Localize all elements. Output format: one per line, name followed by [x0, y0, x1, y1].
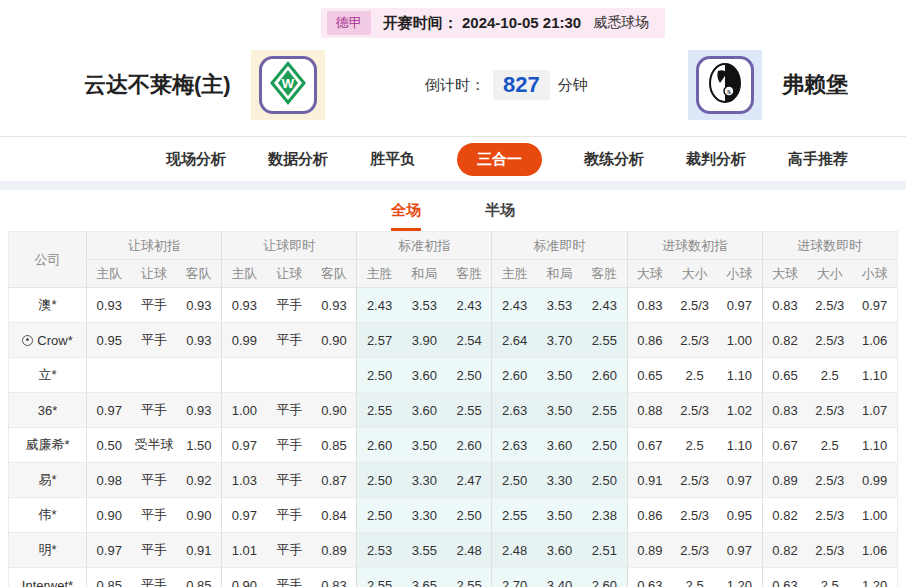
odds-cell: 1.10	[717, 428, 762, 463]
odds-cell: 2.50	[447, 358, 492, 393]
odds-cell: 2.48	[447, 533, 492, 568]
odds-cell: 1.00	[717, 323, 762, 358]
period-tab-0[interactable]: 全场	[391, 201, 421, 231]
odds-cell: 1.02	[717, 393, 762, 428]
venue-name: 威悉球场	[593, 14, 649, 32]
odds-cell: 1.10	[852, 428, 897, 463]
odds-cell: 2.55	[447, 393, 492, 428]
odds-cell: 0.90	[87, 498, 132, 533]
kickoff-value: 2024-10-05 21:30	[462, 14, 581, 31]
away-team-logo-box: S	[688, 50, 762, 120]
odds-row-3: 36*0.97平手0.931.00平手0.902.553.602.552.633…	[9, 393, 898, 428]
odds-cell: 3.30	[537, 463, 582, 498]
nav-tab-2[interactable]: 胜平负	[370, 150, 415, 169]
odds-cell: 3.53	[402, 288, 447, 323]
odds-cell: 2.5/3	[672, 498, 717, 533]
odds-cell: 2.60	[582, 568, 627, 587]
nav-tab-1[interactable]: 数据分析	[268, 150, 328, 169]
odds-cell: 2.5/3	[672, 533, 717, 568]
odds-row-8: Interwet*0.85平手0.850.90平手0.832.553.652.5…	[9, 568, 898, 587]
odds-cell: 0.50	[87, 428, 132, 463]
odds-cell: 2.5/3	[807, 498, 852, 533]
company-cell: 澳*	[9, 288, 87, 323]
group-header-0: 让球初指	[87, 232, 222, 260]
sub-header-3-0: 主胜	[492, 260, 537, 288]
odds-cell: 2.5/3	[807, 463, 852, 498]
odds-cell: 平手	[132, 568, 177, 587]
sub-header-1-1: 让球	[267, 260, 312, 288]
odds-cell	[222, 358, 267, 393]
odds-cell: 2.5/3	[807, 533, 852, 568]
odds-cell: 3.60	[537, 428, 582, 463]
odds-cell: 2.5/3	[807, 393, 852, 428]
odds-cell: 2.55	[357, 568, 402, 587]
odds-cell: 2.60	[357, 428, 402, 463]
odds-section: 全场半场 公司让球初指让球即时标准初指标准即时进球数初指进球数即时主队让球客队主…	[0, 190, 906, 587]
period-tabs: 全场半场	[0, 190, 906, 231]
sub-header-2-0: 主胜	[357, 260, 402, 288]
odds-cell: 0.85	[177, 568, 222, 587]
odds-cell: 1.07	[852, 393, 897, 428]
odds-cell: 3.70	[537, 323, 582, 358]
odds-cell: 2.50	[492, 463, 537, 498]
odds-cell: 0.83	[312, 568, 357, 587]
odds-cell: 3.50	[537, 358, 582, 393]
odds-cell: 0.97	[717, 288, 762, 323]
company-cell: Interwet*	[9, 568, 87, 587]
odds-cell: 3.55	[402, 533, 447, 568]
odds-cell: 2.51	[582, 533, 627, 568]
odds-cell: 2.43	[447, 288, 492, 323]
odds-cell: 3.60	[402, 358, 447, 393]
odds-cell: 0.65	[627, 358, 672, 393]
company-cell: 36*	[9, 393, 87, 428]
odds-cell: 2.43	[357, 288, 402, 323]
odds-row-0: 澳*0.93平手0.930.93平手0.932.433.532.432.433.…	[9, 288, 898, 323]
odds-cell: 1.06	[852, 533, 897, 568]
odds-cell	[312, 358, 357, 393]
odds-cell: 0.63	[762, 568, 807, 587]
odds-cell: 0.86	[627, 498, 672, 533]
odds-cell: 0.90	[312, 393, 357, 428]
odds-cell: 2.38	[582, 498, 627, 533]
odds-cell: 2.5/3	[807, 323, 852, 358]
odds-cell: 0.91	[177, 533, 222, 568]
odds-cell: 0.97	[222, 498, 267, 533]
odds-cell: 0.97	[87, 393, 132, 428]
odds-cell	[267, 358, 312, 393]
nav-tab-6[interactable]: 高手推荐	[788, 150, 848, 169]
company-cell: 明*	[9, 533, 87, 568]
odds-cell: 0.93	[177, 323, 222, 358]
odds-cell: 0.97	[87, 533, 132, 568]
odds-cell: 0.83	[762, 288, 807, 323]
sub-header-3-2: 客胜	[582, 260, 627, 288]
kickoff-label: 开赛时间：	[383, 14, 458, 31]
odds-table-head: 公司让球初指让球即时标准初指标准即时进球数初指进球数即时主队让球客队主队让球客队…	[9, 232, 898, 288]
odds-cell: 0.97	[852, 288, 897, 323]
nav-tab-3[interactable]: 三合一	[457, 143, 542, 176]
odds-cell: 2.50	[357, 358, 402, 393]
odds-cell: 2.5/3	[672, 288, 717, 323]
odds-cell: 3.50	[537, 498, 582, 533]
odds-row-4: 威廉希*0.50受半球1.500.97平手0.852.603.502.602.6…	[9, 428, 898, 463]
group-header-1: 让球即时	[222, 232, 357, 260]
odds-table: 公司让球初指让球即时标准初指标准即时进球数初指进球数即时主队让球客队主队让球客队…	[8, 231, 898, 587]
odds-cell: 2.5/3	[672, 393, 717, 428]
odds-cell	[177, 358, 222, 393]
svg-text:W: W	[282, 76, 295, 91]
odds-cell: 2.5/3	[807, 288, 852, 323]
nav-tab-4[interactable]: 教练分析	[584, 150, 644, 169]
sub-header-5-1: 大小	[807, 260, 852, 288]
odds-cell: 3.50	[402, 428, 447, 463]
odds-cell: 0.67	[627, 428, 672, 463]
odds-cell: 0.90	[222, 568, 267, 587]
group-header-4: 进球数初指	[627, 232, 762, 260]
away-team: S 弗赖堡	[688, 50, 848, 120]
odds-cell: 0.90	[312, 323, 357, 358]
odds-row-7: 明*0.97平手0.911.01平手0.892.533.552.482.483.…	[9, 533, 898, 568]
odds-cell: 平手	[132, 288, 177, 323]
nav-tab-0[interactable]: 现场分析	[166, 150, 226, 169]
nav-bar: 现场分析数据分析胜平负三合一教练分析裁判分析高手推荐	[0, 137, 906, 181]
period-tab-1[interactable]: 半场	[485, 201, 515, 231]
nav-tab-5[interactable]: 裁判分析	[686, 150, 746, 169]
countdown: 倒计时： 827 分钟	[325, 70, 688, 100]
